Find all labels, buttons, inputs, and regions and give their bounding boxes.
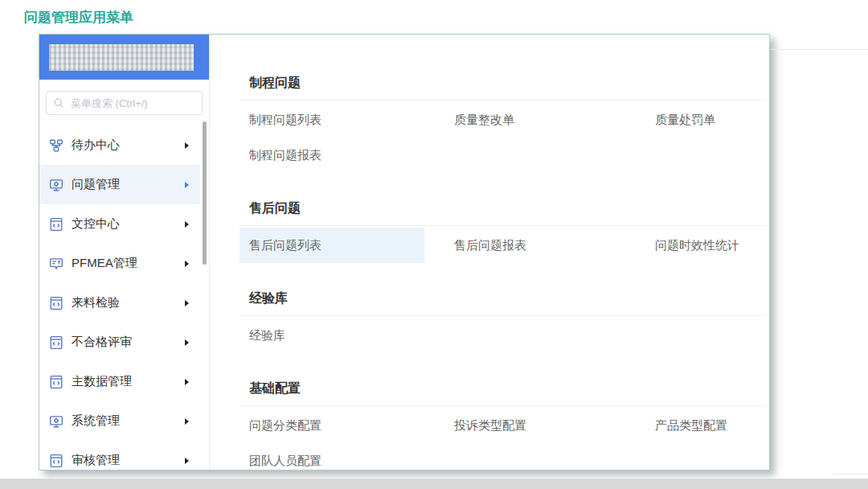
chevron-right-icon	[185, 458, 189, 464]
sidebar-item-label: 待办中心	[72, 138, 185, 153]
chevron-right-icon	[185, 182, 189, 188]
sidebar-item-label: 问题管理	[72, 177, 185, 192]
audit-management-icon	[49, 454, 63, 468]
chevron-right-icon	[185, 142, 189, 149]
redacted-logo	[49, 44, 194, 71]
sidebar-item-document-control[interactable]: 文控中心	[39, 204, 200, 244]
system-management-icon	[49, 414, 63, 429]
menu-link-process-problem-list[interactable]: 制程问题列表	[240, 102, 444, 138]
menu-content: 制程问题 制程问题列表质量整改单质量处罚单制程问题报表 售后问题 售后问题列表售…	[210, 35, 769, 470]
sidebar-item-master-data[interactable]: 主数据管理	[39, 362, 200, 401]
sidebar-item-label: 主数据管理	[72, 374, 185, 389]
section-title: 售后问题	[249, 200, 767, 217]
menu-section-experience-library: 经验库 经验库	[240, 290, 767, 353]
search-input[interactable]	[69, 97, 195, 110]
sidebar-item-todo-center[interactable]: 待办中心	[39, 125, 200, 165]
sidebar-item-label: 系统管理	[72, 413, 185, 429]
sidebar-item-label: 文控中心	[72, 216, 185, 232]
nonconforming-review-icon	[49, 335, 63, 350]
menu-link-team-member-config[interactable]: 团队人员配置	[240, 443, 444, 470]
logo-header	[39, 35, 209, 80]
sidebar-item-pfmea[interactable]: PFMEA管理	[39, 244, 200, 283]
background-divider-line	[833, 474, 868, 475]
chevron-right-icon	[185, 300, 189, 306]
sidebar-item-system-management[interactable]: 系统管理	[39, 401, 200, 441]
chevron-right-icon	[185, 339, 189, 346]
sidebar-item-audit-management[interactable]: 审核管理	[39, 441, 200, 471]
sidebar-item-nonconforming-review[interactable]: 不合格评审	[39, 323, 200, 362]
section-links: 问题分类配置投诉类型配置产品类型配置团队人员配置	[240, 406, 767, 470]
menu-link-quality-rectification-order[interactable]: 质量整改单	[444, 102, 645, 138]
background-divider-line	[771, 49, 868, 50]
master-data-icon	[49, 375, 63, 389]
section-links: 售后问题列表售后问题报表问题时效性统计	[240, 226, 767, 263]
sidebar-item-label: 来料检验	[72, 295, 185, 310]
menu-section-basic-config: 基础配置 问题分类配置投诉类型配置产品类型配置团队人员配置	[240, 380, 767, 470]
incoming-inspection-icon	[49, 296, 63, 310]
section-links: 经验库	[240, 316, 767, 353]
chevron-right-icon	[185, 379, 189, 385]
section-title: 经验库	[249, 290, 767, 307]
todo-center-icon	[49, 138, 63, 153]
search-icon	[53, 97, 64, 109]
menu-link-product-type-config[interactable]: 产品类型配置	[645, 408, 767, 443]
chevron-right-icon	[185, 221, 189, 228]
pfmea-icon	[49, 257, 63, 271]
menu-section-after-sales-problems: 售后问题 售后问题列表售后问题报表问题时效性统计	[240, 200, 767, 263]
sidebar-item-problem-management[interactable]: 问题管理	[39, 165, 200, 204]
page-title: 问题管理应用菜单	[24, 8, 133, 27]
sidebar-scrollbar[interactable]	[203, 121, 207, 265]
menu-link-problem-category-config[interactable]: 问题分类配置	[240, 408, 444, 443]
sidebar-item-label: 不合格评审	[72, 335, 185, 350]
page-bottom-strip	[0, 479, 868, 489]
section-title: 基础配置	[249, 380, 767, 397]
sidebar: 待办中心 问题管理 文控中心 PFMEA管理 来料检验 不合格评审 主数据管理 …	[39, 35, 210, 470]
menu-link-problem-timeliness-statistics[interactable]: 问题时效性统计	[645, 228, 767, 263]
sidebar-item-incoming-inspection[interactable]: 来料检验	[39, 283, 200, 323]
sidebar-item-label: 审核管理	[72, 453, 185, 468]
menu-section-process-problems: 制程问题 制程问题列表质量整改单质量处罚单制程问题报表	[240, 75, 767, 173]
sidebar-item-label: PFMEA管理	[72, 256, 185, 271]
app-menu-panel: 待办中心 问题管理 文控中心 PFMEA管理 来料检验 不合格评审 主数据管理 …	[39, 34, 770, 471]
sidebar-menu: 待办中心 问题管理 文控中心 PFMEA管理 来料检验 不合格评审 主数据管理 …	[39, 125, 209, 471]
chevron-right-icon	[185, 418, 189, 425]
menu-link-quality-penalty-order[interactable]: 质量处罚单	[645, 102, 767, 138]
problem-management-icon	[49, 178, 63, 192]
section-links: 制程问题列表质量整改单质量处罚单制程问题报表	[240, 101, 767, 173]
menu-link-experience-library[interactable]: 经验库	[240, 318, 444, 353]
menu-link-process-problem-report[interactable]: 制程问题报表	[240, 138, 444, 173]
document-control-icon	[49, 217, 63, 232]
menu-link-complaint-type-config[interactable]: 投诉类型配置	[444, 408, 645, 443]
chevron-right-icon	[185, 261, 189, 267]
menu-link-after-sales-problem-report[interactable]: 售后问题报表	[444, 228, 645, 263]
menu-search[interactable]	[46, 91, 203, 115]
section-title: 制程问题	[249, 75, 767, 92]
menu-link-after-sales-problem-list[interactable]: 售后问题列表	[240, 228, 424, 263]
